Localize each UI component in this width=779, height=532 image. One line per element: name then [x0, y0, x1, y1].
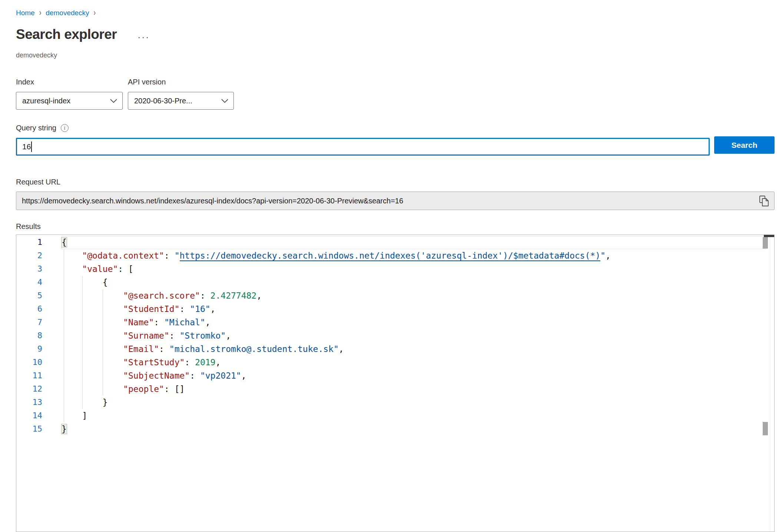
line-number: 1	[16, 236, 42, 249]
code-line: 9 "Email": "michal.stromko@.student.tuke…	[16, 342, 774, 356]
api-version-label: API version	[128, 78, 166, 86]
line-number: 12	[16, 382, 42, 396]
line-number: 11	[16, 369, 42, 382]
query-input[interactable]: 16	[16, 138, 710, 156]
chevron-right-icon: ›	[94, 8, 96, 18]
line-number: 15	[16, 422, 42, 436]
line-number: 2	[16, 249, 42, 262]
code-text: "@odata.context": "https://demovedecky.s…	[42, 249, 611, 262]
code-text: "@search.score": 2.4277482,	[42, 289, 262, 302]
line-number: 9	[16, 342, 42, 356]
scrollbar-track-edge	[770, 235, 770, 532]
info-icon[interactable]: i	[61, 124, 69, 132]
query-input-value: 16	[22, 142, 31, 151]
api-version-dropdown-value: 2020-06-30-Pre...	[134, 97, 192, 105]
copy-icon	[759, 195, 769, 207]
breadcrumb-link-home[interactable]: Home	[16, 9, 35, 17]
editor-lines: 1{2 "@odata.context": "https://demovedec…	[16, 236, 774, 436]
code-line: 2 "@odata.context": "https://demovedecky…	[16, 249, 774, 262]
code-line: 12 "people": []	[16, 382, 774, 396]
code-text: "Email": "michal.stromko@.student.tuke.s…	[42, 342, 344, 356]
breadcrumb-link-demovedecky[interactable]: demovedecky	[46, 9, 89, 17]
code-text: }	[42, 396, 108, 409]
code-text: "people": []	[42, 382, 185, 396]
line-number: 5	[16, 289, 42, 302]
code-line: 1{	[16, 236, 774, 249]
search-button[interactable]: Search	[714, 136, 775, 154]
api-version-dropdown[interactable]: 2020-06-30-Pre...	[128, 92, 234, 110]
page-title: Search explorer	[16, 27, 117, 42]
code-line: 10 "StartStudy": 2019,	[16, 356, 774, 369]
line-number: 3	[16, 262, 42, 276]
code-line: 3 "value": [	[16, 262, 774, 276]
code-line: 5 "@search.score": 2.4277482,	[16, 289, 774, 302]
line-number: 6	[16, 302, 42, 316]
more-button[interactable]: ···	[137, 35, 150, 39]
request-url-field: https://demovedecky.search.windows.net/i…	[16, 192, 775, 210]
code-line: 8 "Surname": "Stromko",	[16, 329, 774, 342]
code-text: {	[42, 276, 108, 289]
code-line: 15}	[16, 422, 774, 436]
code-line: 13 }	[16, 396, 774, 409]
results-label: Results	[16, 222, 41, 231]
code-line: 6 "StudentId": "16",	[16, 302, 774, 316]
copy-button[interactable]	[759, 195, 769, 207]
index-label: Index	[16, 78, 34, 86]
code-text: "value": [	[42, 262, 133, 276]
code-line: 11 "SubjectName": "vp2021",	[16, 369, 774, 382]
chevron-right-icon: ›	[39, 8, 42, 18]
code-line: 7 "Name": "Michal",	[16, 316, 774, 329]
code-line: 4 {	[16, 276, 774, 289]
page-subtitle: demovedecky	[16, 51, 57, 59]
index-dropdown-value: azuresql-index	[22, 97, 70, 105]
code-text: ]	[42, 409, 87, 422]
code-text: "SubjectName": "vp2021",	[42, 369, 246, 382]
breadcrumb: Home › demovedecky ›	[16, 9, 96, 17]
line-number: 10	[16, 356, 42, 369]
code-text: {	[42, 236, 67, 249]
line-number: 7	[16, 316, 42, 329]
text-caret	[31, 142, 32, 152]
line-number: 8	[16, 329, 42, 342]
chevron-down-icon	[110, 99, 117, 103]
code-text: "StartStudy": 2019,	[42, 356, 221, 369]
index-dropdown[interactable]: azuresql-index	[16, 92, 123, 110]
code-text: }	[42, 422, 67, 436]
code-text: "Name": "Michal",	[42, 316, 211, 329]
code-text: "StudentId": "16",	[42, 302, 215, 316]
search-explorer-page: Home › demovedecky › Search explorer ···…	[0, 0, 779, 532]
query-string-label: Query string	[16, 124, 56, 132]
line-number: 4	[16, 276, 42, 289]
scrollbar-thumb[interactable]	[763, 237, 768, 249]
chevron-down-icon	[221, 99, 228, 103]
code-line: 14 ]	[16, 409, 774, 422]
line-number: 14	[16, 409, 42, 422]
json-results-editor[interactable]: 1{2 "@odata.context": "https://demovedec…	[16, 235, 775, 532]
request-url-label: Request URL	[16, 178, 60, 186]
request-url-value: https://demovedecky.search.windows.net/i…	[22, 197, 755, 205]
code-text: "Surname": "Stromko",	[42, 329, 231, 342]
overview-ruler-bracket-mark	[763, 422, 768, 435]
line-number: 13	[16, 396, 42, 409]
